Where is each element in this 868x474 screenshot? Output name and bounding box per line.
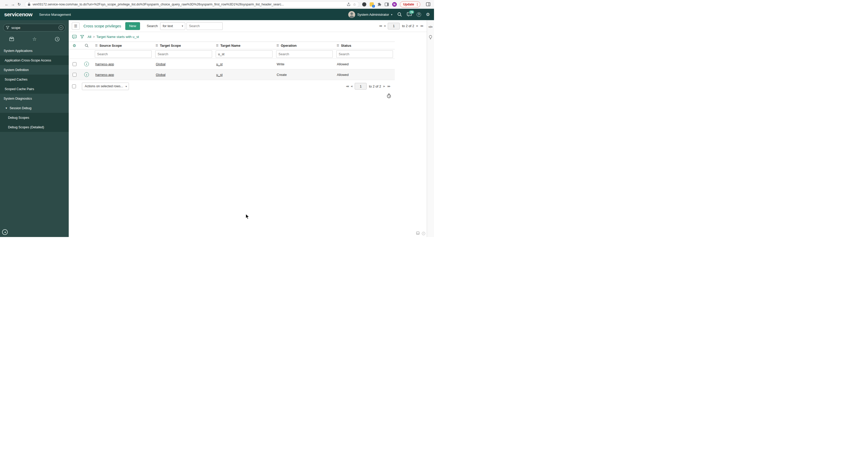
lightbulb-icon[interactable] — [429, 35, 432, 39]
first-page-button[interactable]: ◀◀ — [346, 85, 348, 88]
select-all-checkbox[interactable] — [72, 84, 76, 88]
sidebar-item-system-diagnostics[interactable]: System Diagnostics — [0, 94, 69, 103]
tree-expanded-icon[interactable]: ▼ — [5, 107, 7, 109]
source-scope-link[interactable]: harness-app — [95, 62, 114, 66]
sidebar-item-debug-scopes-detailed[interactable]: Debug Scopes (Detailed) — [0, 123, 69, 132]
browser-forward-button[interactable]: → — [10, 2, 16, 7]
history-clock-icon[interactable] — [55, 37, 60, 41]
bookmark-star-icon[interactable]: ☆ — [353, 2, 356, 6]
actions-on-selected-rows-select[interactable]: Actions on selected rows... ▾ — [82, 82, 129, 90]
browser-menu-icon[interactable]: ⋮ — [416, 2, 419, 6]
global-search-icon[interactable] — [397, 12, 402, 17]
list-controls-menu-icon[interactable]: ☰ — [72, 23, 80, 30]
clear-filter-icon[interactable]: × — [59, 25, 63, 30]
filter-target-name-input[interactable] — [216, 50, 273, 58]
split-view-icon[interactable] — [385, 3, 389, 6]
list-toolbar: ☰ Cross scope privileges New Search for … — [69, 20, 427, 32]
extension-yellow-icon[interactable]: 3 — [370, 2, 374, 6]
breadcrumb: All > Target Name starts with u_st — [69, 32, 427, 41]
filter-source-scope-input[interactable] — [95, 50, 152, 58]
update-button[interactable]: Update ⋮ — [400, 1, 420, 7]
application-navigator: × ☆ System Applications Application Cros… — [0, 20, 69, 237]
all-applications-icon[interactable] — [9, 37, 14, 41]
sidebar-item-scoped-cache-pairs[interactable]: Scoped Cache Pairs — [0, 84, 69, 94]
conversations-icon[interactable]: 75 — [407, 12, 412, 17]
sidebar-item-session-debug[interactable]: ▼ Session Debug — [0, 103, 69, 113]
favorites-star-icon[interactable]: ☆ — [32, 37, 37, 41]
side-panel-icon[interactable] — [426, 2, 430, 6]
list-chat-icon[interactable] — [72, 35, 77, 39]
previous-page-button[interactable]: ◀ — [383, 25, 385, 27]
browser-reload-button[interactable]: ↻ — [16, 2, 22, 7]
column-filter-row — [69, 49, 395, 59]
browser-profile-avatar[interactable]: N — [392, 2, 397, 7]
breadcrumb-funnel-icon[interactable] — [80, 35, 84, 38]
navigator-filter-input[interactable] — [11, 26, 59, 30]
settings-gear-icon[interactable]: ⚙ — [426, 12, 430, 17]
column-menu-icon[interactable]: ☰ — [156, 44, 158, 47]
previous-page-button[interactable]: ◀ — [350, 85, 352, 88]
target-name-link[interactable]: u_st — [216, 73, 223, 77]
status-cell: Allowed — [335, 62, 395, 66]
breadcrumb-condition-link[interactable]: Target Name starts with u_st — [96, 35, 139, 39]
list-personalize-gear-icon[interactable]: ⚙ — [69, 44, 80, 47]
last-page-button[interactable]: ▶▶ — [421, 25, 423, 27]
column-header-status[interactable]: ☰Status — [335, 44, 395, 47]
record-preview-info-icon[interactable]: i — [84, 72, 89, 77]
sidebar-item-application-cross-scope-access[interactable]: Application Cross-Scope Access — [0, 56, 69, 65]
extensions-puzzle-icon[interactable] — [377, 2, 381, 6]
column-header-operation[interactable]: ☰Operation — [274, 44, 335, 47]
column-header-target-scope[interactable]: ☰Target Scope — [153, 44, 214, 47]
filter-target-scope-input[interactable] — [155, 50, 212, 58]
target-scope-link[interactable]: Global — [156, 62, 165, 66]
last-page-button[interactable]: ▶▶ — [388, 85, 390, 88]
page-number-input[interactable] — [355, 83, 367, 90]
update-label: Update — [403, 3, 414, 6]
column-menu-icon[interactable]: ☰ — [216, 44, 219, 47]
target-name-link[interactable]: u_st — [216, 62, 223, 66]
sidebar-item-label: Session Debug — [9, 106, 32, 110]
page-number-input[interactable] — [388, 23, 400, 29]
search-type-select[interactable]: for text ▾ — [160, 22, 185, 30]
sidebar-item-system-applications[interactable]: System Applications — [0, 46, 69, 56]
product-label: Service Management — [39, 13, 71, 16]
column-header-target-name[interactable]: ☰Target Name — [214, 44, 274, 47]
user-name: System Administrator — [357, 13, 389, 16]
column-search-icon[interactable] — [80, 44, 93, 47]
breadcrumb-all-link[interactable]: All — [88, 35, 91, 39]
browser-back-button[interactable]: ← — [4, 2, 10, 7]
column-menu-icon[interactable]: ☰ — [276, 44, 279, 47]
sidebar-item-scoped-caches[interactable]: Scoped Caches — [0, 75, 69, 84]
column-menu-icon[interactable]: ☰ — [337, 44, 339, 47]
record-preview-info-icon[interactable]: i — [84, 62, 89, 66]
filter-operation-input[interactable] — [276, 50, 333, 58]
code-panel-icon[interactable]: </> — [429, 25, 433, 28]
stopwatch-icon[interactable] — [387, 94, 391, 99]
toggle-footer-icon[interactable] — [416, 231, 420, 236]
next-page-button[interactable]: ▶ — [416, 25, 418, 27]
address-bar[interactable]: ven03172.service-now.com/nav_to.do?uri=%… — [25, 1, 359, 7]
column-menu-icon[interactable]: ☰ — [95, 44, 98, 47]
actions-select-value: Actions on selected rows... — [85, 84, 123, 88]
list-title[interactable]: Cross scope privileges — [84, 24, 121, 28]
sidebar-item-system-definition[interactable]: System Definition — [0, 65, 69, 75]
next-page-button[interactable]: ▶ — [383, 85, 385, 88]
user-menu[interactable]: System Administrator ▾ — [348, 11, 393, 18]
page-info-icon[interactable]: i — [422, 232, 425, 235]
collapse-navigator-button[interactable]: ◀ — [2, 229, 8, 235]
first-page-button[interactable]: ◀◀ — [379, 25, 381, 27]
filter-status-input[interactable] — [336, 50, 393, 58]
column-header-source-scope[interactable]: ☰Source Scope — [93, 44, 153, 47]
source-scope-link[interactable]: harness-app — [95, 73, 114, 77]
sidebar-item-debug-scopes[interactable]: Debug Scopes — [0, 113, 69, 123]
share-icon[interactable] — [347, 3, 350, 6]
new-button[interactable]: New — [125, 22, 140, 30]
breadcrumb-separator: > — [93, 35, 95, 39]
row-checkbox[interactable] — [72, 73, 76, 77]
target-scope-link[interactable]: Global — [156, 73, 165, 77]
list-search-input[interactable] — [187, 22, 223, 30]
extension-dark-icon[interactable] — [362, 2, 366, 6]
row-checkbox[interactable] — [72, 62, 76, 66]
navigator-filter-box[interactable]: × — [3, 24, 66, 32]
help-icon[interactable]: ? — [417, 12, 421, 17]
